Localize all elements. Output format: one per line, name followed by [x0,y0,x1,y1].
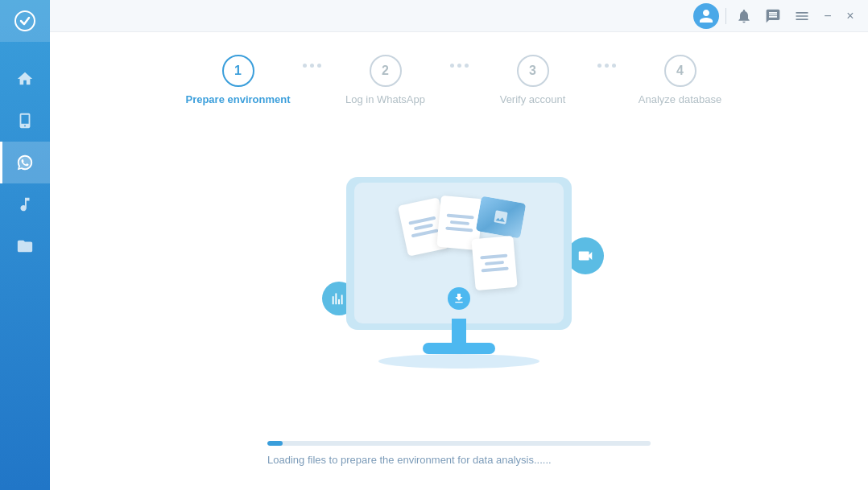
stand-base [423,343,495,354]
notification-icon[interactable] [733,5,755,27]
illustration-area [50,121,868,441]
step-2-circle: 2 [370,55,402,87]
monitor-body [346,177,572,330]
titlebar: − × [50,0,868,32]
close-button[interactable]: × [842,8,858,24]
dot [605,64,609,68]
step-4-circle: 4 [664,55,696,87]
progress-text: Loading files to prepare the environment… [267,454,552,466]
main-content: − × 1 Prepare environment 2 Log in Whats… [50,0,868,490]
svg-point-0 [15,11,35,31]
notes-icon[interactable] [762,5,784,27]
step-2-label: Log in WhatsApp [345,93,425,105]
connector-2-3 [450,64,469,97]
monitor-stand [423,319,495,354]
monitor-illustration [314,177,604,370]
sidebar-item-music[interactable] [0,183,50,225]
connector-3-4 [597,64,616,97]
titlebar-separator [725,8,726,24]
progress-area: Loading files to prepare the environment… [50,441,868,490]
files-group [386,193,531,314]
sidebar-item-files[interactable] [0,225,50,267]
menu-icon[interactable] [791,5,813,27]
step-4: 4 Analyze database [616,55,745,105]
dot [597,64,601,68]
dot [450,64,454,68]
step-1-circle: 1 [222,55,254,87]
file-card-3 [471,235,517,290]
sidebar-nav [0,58,50,267]
step-4-label: Analyze database [639,93,721,105]
stand-neck [452,319,466,343]
app-logo[interactable] [0,0,50,42]
dot [457,64,461,68]
sidebar-item-home[interactable] [0,58,50,100]
dot [303,64,307,68]
step-3-circle: 3 [517,55,549,87]
step-3: 3 Verify account [469,55,597,105]
minimize-button[interactable]: − [820,8,836,24]
step-3-label: Verify account [500,93,566,105]
user-avatar[interactable] [693,3,719,29]
connector-1-2 [303,64,321,97]
sidebar-item-device[interactable] [0,100,50,142]
image-thumbnail [476,196,527,238]
step-1: 1 Prepare environment [174,55,303,105]
sidebar [0,0,50,490]
download-arrow-icon [448,287,470,310]
dot [310,64,314,68]
step-1-label: Prepare environment [185,93,290,105]
sidebar-item-whatsapp[interactable] [0,142,50,183]
progress-bar-fill [267,441,283,446]
video-circle-icon [567,237,604,274]
monitor-shadow [378,354,539,369]
step-2: 2 Log in WhatsApp [321,55,450,105]
progress-bar-background [267,441,651,446]
stepper: 1 Prepare environment 2 Log in WhatsApp [50,32,868,121]
monitor-screen [354,183,564,323]
